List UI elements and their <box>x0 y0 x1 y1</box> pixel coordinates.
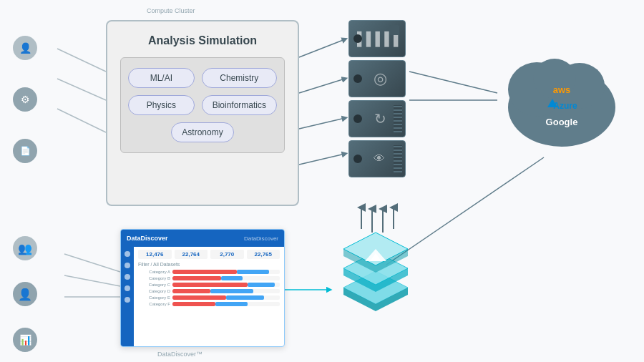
chart-row-5: Category E <box>138 295 280 300</box>
stat-2: 22,764 <box>175 250 208 259</box>
svg-text:Azure: Azure <box>553 101 577 111</box>
chart-bar-3b <box>248 283 275 287</box>
left-icon-1: 👤 <box>13 36 37 60</box>
storage-svg <box>333 229 419 322</box>
chart-bar-bg-1 <box>172 270 280 274</box>
server-rack: ▌▌▌▌▌ ◎ ↻ 👁 <box>345 14 409 193</box>
doc-icon-1: 📄 <box>13 139 37 163</box>
chart-label-5: Category E <box>138 295 170 300</box>
bottom-left-icons: 👥 👤 📊 <box>13 236 37 352</box>
tag-bioinformatics: Bioinformatics <box>202 95 277 115</box>
panel-sidebar <box>121 247 134 347</box>
stat-2-num: 22,764 <box>177 251 205 258</box>
chart-bar-5b <box>226 295 264 300</box>
chart-row-4: Category D <box>138 289 280 293</box>
bottom-icon-2: 👤 <box>13 282 37 306</box>
cloud-providers-box: aws Azure Google <box>501 29 623 157</box>
svg-text:Google: Google <box>546 117 578 127</box>
compute-cluster-label: Compute Cluster <box>147 7 195 14</box>
svg-text:aws: aws <box>553 84 571 95</box>
chart-bar-bg-4 <box>172 289 280 293</box>
chart-label-1: Category A <box>138 270 170 274</box>
cloud-shape-svg: aws Azure Google <box>501 36 623 150</box>
chart-label-3: Category C <box>138 283 170 287</box>
chart-label-2: Category B <box>138 276 170 280</box>
sidebar-dot-5 <box>125 297 130 303</box>
chart-bar-1b <box>237 270 269 274</box>
left-icon-3: 📄 <box>13 139 37 163</box>
simulation-box: Analysis Simulation ML/AI Chemistry Phys… <box>106 20 299 206</box>
chart-label-6: Category F <box>138 302 170 306</box>
chart-row-1: Category A <box>138 270 280 274</box>
chart-bar-3a <box>172 283 248 287</box>
panel-content: 12,476 22,764 2,770 22,765 Filter / All … <box>134 247 284 311</box>
chart-bar-1a <box>172 270 237 274</box>
panel-header: DataDiscover DataDiscover <box>121 230 284 247</box>
server-unit-3: ↻ <box>348 100 406 137</box>
chart-label-4: Category D <box>138 289 170 293</box>
stat-3-num: 2,770 <box>213 251 241 258</box>
chart-bar-2a <box>172 276 221 280</box>
panel-title: DataDiscover <box>127 235 168 242</box>
datadiscover-bottom-label: DataDiscover™ <box>157 351 203 358</box>
group-icon-1: 👥 <box>13 236 37 260</box>
simulation-title: Analysis Simulation <box>148 34 257 47</box>
stat-1-num: 12,476 <box>141 251 169 258</box>
chart-bar-2b <box>221 276 243 280</box>
chart-row-6: Category F <box>138 302 280 306</box>
stats-row: 12,476 22,764 2,770 22,765 <box>138 250 280 259</box>
chart-row-3: Category C <box>138 283 280 287</box>
chart-bar-bg-5 <box>172 295 280 300</box>
sidebar-dot-3 <box>125 274 130 280</box>
chart-bar-4b <box>210 289 253 293</box>
storage-database <box>329 229 422 329</box>
chart-area: Category A Category B Category C <box>138 270 280 306</box>
bottom-icon-3: 📊 <box>13 328 37 352</box>
simulation-tags-grid: ML/AI Chemistry Physics Bioinformatics A… <box>120 57 285 153</box>
sidebar-dot-2 <box>125 263 130 268</box>
tag-mlai: ML/AI <box>128 68 195 88</box>
chart-icon-1: 📊 <box>13 328 37 352</box>
left-icons-group: 👤 ⚙ 📄 <box>13 36 37 163</box>
datadiscover-panel: DataDiscover DataDiscover 12,476 22,764 … <box>120 229 285 347</box>
stat-4: 22,765 <box>247 250 280 259</box>
user-icon-2: 👤 <box>13 282 37 306</box>
svg-line-7 <box>409 72 497 93</box>
svg-line-6 <box>299 154 345 165</box>
chart-bar-bg-2 <box>172 276 280 280</box>
left-icon-2: ⚙ <box>13 87 37 112</box>
svg-line-2 <box>57 109 106 132</box>
server-unit-1: ▌▌▌▌▌ <box>348 20 406 57</box>
tag-chemistry: Chemistry <box>202 68 277 88</box>
sidebar-dot-4 <box>125 285 130 291</box>
settings-icon-1: ⚙ <box>13 87 37 112</box>
sidebar-dot-1 <box>125 251 130 257</box>
chart-bar-4a <box>172 289 210 293</box>
stat-4-num: 22,765 <box>250 251 278 258</box>
filter-label: Filter / All Datasets <box>138 262 280 267</box>
tag-physics: Physics <box>128 95 195 115</box>
chart-bar-6a <box>172 302 215 306</box>
svg-line-15 <box>64 254 120 272</box>
svg-line-0 <box>57 49 106 72</box>
chart-bar-bg-3 <box>172 283 280 287</box>
tag-astronomy: Astronomy <box>171 122 233 142</box>
server-unit-4: 👁 <box>348 140 406 177</box>
user-icon-1: 👤 <box>13 36 37 60</box>
diagram-container: 👤 ⚙ 📄 Compute Cluster Analysis Simulatio… <box>0 0 644 362</box>
panel-subtitle: DataDiscover <box>244 235 278 242</box>
bottom-icon-1: 👥 <box>13 236 37 260</box>
svg-line-1 <box>57 79 106 100</box>
chart-bar-6b <box>215 302 248 306</box>
chart-bar-5a <box>172 295 226 300</box>
svg-line-5 <box>299 118 345 129</box>
stat-3: 2,770 <box>210 250 244 259</box>
chart-bar-bg-6 <box>172 302 280 306</box>
server-unit-2: ◎ <box>348 60 406 97</box>
svg-line-4 <box>299 79 345 93</box>
svg-line-16 <box>64 275 120 286</box>
svg-line-3 <box>299 39 345 57</box>
chart-row-2: Category B <box>138 276 280 280</box>
stat-1: 12,476 <box>138 250 172 259</box>
